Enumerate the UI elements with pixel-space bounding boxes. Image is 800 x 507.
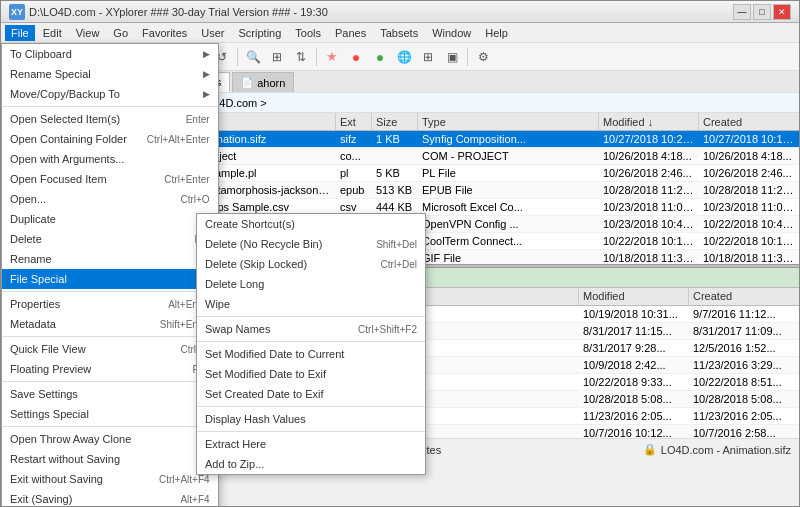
col-created-top[interactable]: Created	[699, 113, 799, 130]
menu-restart-without-saving[interactable]: Restart without Saving	[2, 449, 218, 469]
col-modified-bottom[interactable]: Modified	[579, 288, 689, 305]
submenu-set-created-exif[interactable]: Set Created Date to Exif	[197, 384, 425, 404]
submenu-set-modified-exif[interactable]: Set Modified Date to Exif	[197, 364, 425, 384]
menu-duplicate[interactable]: Duplicate	[2, 209, 218, 229]
menu-go[interactable]: Go	[107, 25, 134, 41]
menu-item-label: Open...	[10, 193, 46, 205]
cell-ext: sifz	[336, 133, 372, 145]
toolbar-tree[interactable]: ⊞	[417, 46, 439, 68]
cell-created: 11/23/2016 2:05...	[689, 410, 799, 422]
menu-favorites[interactable]: Favorites	[136, 25, 193, 41]
menu-item-label: Wipe	[205, 298, 230, 310]
col-created-bottom[interactable]: Created	[689, 288, 799, 305]
table-row[interactable]: 📄 om - Project co... COM - PROJECT 10/26…	[156, 148, 799, 165]
col-size-top[interactable]: Size	[372, 113, 418, 130]
toolbar-settings[interactable]: ⚙	[472, 46, 494, 68]
file-context-menu[interactable]: To Clipboard ▶ Rename Special ▶ Move/Cop…	[1, 43, 219, 507]
submenu-delete-no-recycle[interactable]: Delete (No Recycle Bin) Shift+Del	[197, 234, 425, 254]
submenu-delete-long[interactable]: Delete Long	[197, 274, 425, 294]
menu-file[interactable]: File	[5, 25, 35, 41]
menu-floating-preview[interactable]: Floating Preview F11	[2, 359, 218, 379]
menu-user[interactable]: User	[195, 25, 230, 41]
maximize-button[interactable]: □	[753, 4, 771, 20]
table-row[interactable]: 📄 om - Example.pl pl 5 KB PL File 10/26/…	[156, 165, 799, 182]
col-type-top[interactable]: Type	[418, 113, 599, 130]
status-file: LO4D.com - Animation.sifz	[661, 444, 791, 456]
menu-open-focused[interactable]: Open Focused Item Ctrl+Enter	[2, 169, 218, 189]
menu-exit-without-saving[interactable]: Exit without Saving Ctrl+Alt+F4	[2, 469, 218, 489]
submenu-wipe[interactable]: Wipe	[197, 294, 425, 314]
toolbar-filter[interactable]: ⊞	[266, 46, 288, 68]
toolbar-globe[interactable]: 🌐	[393, 46, 415, 68]
tab-ahorn-icon: 📄	[241, 77, 253, 88]
cell-modified: 10/27/2018 10:29...	[599, 133, 699, 145]
cell-ext: csv	[336, 201, 372, 213]
cell-type: COM - PROJECT	[418, 150, 599, 162]
menu-settings-special[interactable]: Settings Special ▶	[2, 404, 218, 424]
menu-scripting[interactable]: Scripting	[233, 25, 288, 41]
toolbar-color1[interactable]: ●	[345, 46, 367, 68]
tab-ahorn-label: ahorn	[257, 77, 285, 89]
file-special-context-menu[interactable]: Create Shortcut(s) Delete (No Recycle Bi…	[196, 213, 426, 475]
menu-view[interactable]: View	[70, 25, 106, 41]
menu-to-clipboard[interactable]: To Clipboard ▶	[2, 44, 218, 64]
menu-rename-special[interactable]: Rename Special ▶	[2, 64, 218, 84]
menu-exit-saving[interactable]: Exit (Saving) Alt+F4	[2, 489, 218, 507]
menu-item-label: Exit without Saving	[10, 473, 103, 485]
cell-created: 11/23/2016 3:29...	[689, 359, 799, 371]
menu-help[interactable]: Help	[479, 25, 514, 41]
cell-modified: 11/23/2016 2:05...	[579, 410, 689, 422]
toolbar-preview[interactable]: ▣	[441, 46, 463, 68]
menu-item-label: Properties	[10, 298, 60, 310]
cell-modified: 10/7/2016 10:12...	[579, 427, 689, 439]
menu-quick-file-view[interactable]: Quick File View Ctrl+Q	[2, 339, 218, 359]
menu-rename[interactable]: Rename F2	[2, 249, 218, 269]
menu-tabsets[interactable]: Tabsets	[374, 25, 424, 41]
cell-size: 5 KB	[372, 167, 418, 179]
menu-properties[interactable]: Properties Alt+Enter	[2, 294, 218, 314]
menu-panes[interactable]: Panes	[329, 25, 372, 41]
menu-move-copy-backup[interactable]: Move/Copy/Backup To ▶	[2, 84, 218, 104]
menu-window[interactable]: Window	[426, 25, 477, 41]
cell-modified: 8/31/2017 9:28...	[579, 342, 689, 354]
menu-open-containing[interactable]: Open Containing Folder Ctrl+Alt+Enter	[2, 129, 218, 149]
table-row[interactable]: 📄 om - Metamorphosis-jackson.epub epub 5…	[156, 182, 799, 199]
menu-metadata[interactable]: Metadata Shift+Enter	[2, 314, 218, 334]
menu-open-throw-clone[interactable]: Open Throw Away Clone	[2, 429, 218, 449]
menu-open-with-args[interactable]: Open with Arguments...	[2, 149, 218, 169]
submenu-set-modified-current[interactable]: Set Modified Date to Current	[197, 344, 425, 364]
submenu-extract-here[interactable]: Extract Here	[197, 434, 425, 454]
cell-modified: 10/26/2018 2:46...	[599, 167, 699, 179]
table-row[interactable]: 📄 im - Animation.sifz sifz 1 KB Synfig C…	[156, 131, 799, 148]
menu-edit[interactable]: Edit	[37, 25, 68, 41]
menu-open-selected[interactable]: Open Selected Item(s) Enter	[2, 109, 218, 129]
tab-ahorn[interactable]: 📄 ahorn	[232, 72, 294, 92]
submenu-swap-names[interactable]: Swap Names Ctrl+Shift+F2	[197, 319, 425, 339]
close-button[interactable]: ✕	[773, 4, 791, 20]
menu-file-special[interactable]: File Special ▶	[2, 269, 218, 289]
window-frame: XY D:\LO4D.com - XYplorer ### 30-day Tri…	[0, 0, 800, 507]
cell-created: 10/23/2018 11:06...	[699, 201, 799, 213]
menu-sep	[197, 431, 425, 432]
cell-created: 10/28/2018 11:20...	[699, 184, 799, 196]
menu-save-settings[interactable]: Save Settings	[2, 384, 218, 404]
cell-ext: co...	[336, 150, 372, 162]
menu-open[interactable]: Open... Ctrl+O	[2, 189, 218, 209]
toolbar-sort[interactable]: ⇅	[290, 46, 312, 68]
minimize-button[interactable]: —	[733, 4, 751, 20]
col-modified-top[interactable]: Modified ↓	[599, 113, 699, 130]
menu-delete[interactable]: Delete Del	[2, 229, 218, 249]
toolbar-color2[interactable]: ●	[369, 46, 391, 68]
toolbar-search[interactable]: 🔍	[242, 46, 264, 68]
submenu-add-to-zip[interactable]: Add to Zip...	[197, 454, 425, 474]
submenu-delete-skip-locked[interactable]: Delete (Skip Locked) Ctrl+Del	[197, 254, 425, 274]
pane-top-location: 🖥️ D:\ > LO4D.com >	[156, 93, 799, 113]
submenu-create-shortcut[interactable]: Create Shortcut(s)	[197, 214, 425, 234]
toolbar-star[interactable]: ★	[321, 46, 343, 68]
submenu-display-hash[interactable]: Display Hash Values	[197, 409, 425, 429]
col-ext-top[interactable]: Ext	[336, 113, 372, 130]
menu-tools[interactable]: Tools	[289, 25, 327, 41]
menu-bar: File Edit View Go Favorites User Scripti…	[1, 23, 799, 43]
shortcut: Shift+Del	[376, 239, 417, 250]
menu-item-label: Open with Arguments...	[10, 153, 124, 165]
